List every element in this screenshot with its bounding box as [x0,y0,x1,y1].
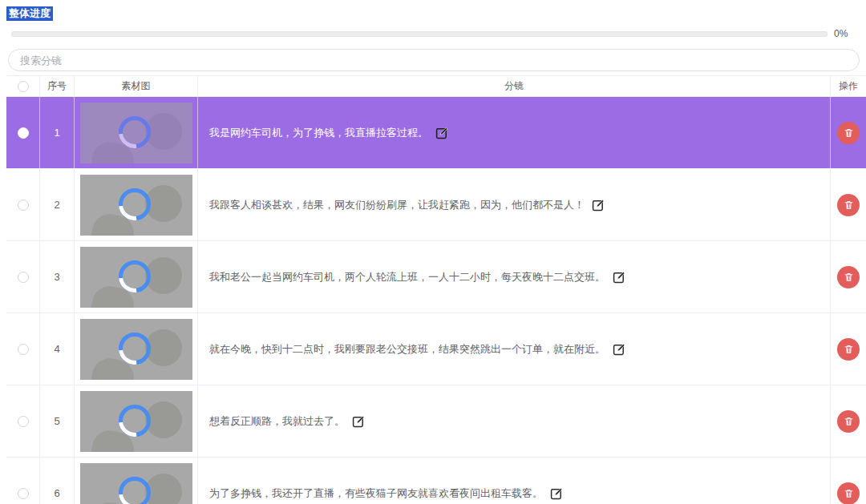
thumbnail-placeholder [80,391,192,452]
trash-icon [844,200,854,210]
row-storyboard-cell: 为了多挣钱，我还开了直播，有些夜猫子网友就喜欢看夜间出租车载客。 [198,458,831,504]
edit-icon[interactable] [613,343,625,356]
row-actions-cell [831,169,866,240]
page-title: 整体进度 [6,6,53,21]
row-thumbnail-cell [75,169,198,240]
row-index: 3 [40,241,75,312]
header-storyboard: 分镜 [198,76,831,96]
table-row[interactable]: 2 我跟客人相谈甚欢，结果，网友们纷纷刷屏，让我赶紧跑，因为，他们都不是人！ [6,169,866,241]
spinner-icon [119,260,151,292]
table-row[interactable]: 3 我和老公一起当网约车司机，两个人轮流上班，一人十二小时，每天夜晚十二点交班。 [6,241,866,313]
trash-icon [844,272,854,282]
search-bar [8,49,860,71]
row-actions-cell [831,313,866,385]
delete-button[interactable] [837,122,860,144]
table-row[interactable]: 6 为了多挣钱，我还开了直播，有些夜猫子网友就喜欢看夜间出租车载客。 [6,458,866,504]
edit-icon[interactable] [435,127,448,139]
row-select-cell[interactable] [6,313,40,385]
placeholder-blob-shape [87,139,137,163]
delete-button[interactable] [837,338,860,361]
page-header: 整体进度 [6,6,866,21]
storyboard-text: 为了多挣钱，我还开了直播，有些夜猫子网友就喜欢看夜间出租车载客。 [209,486,543,502]
storyboard-text: 我跟客人相谈甚欢，结果，网友们纷纷刷屏，让我赶紧跑，因为，他们都不是人！ [209,197,585,213]
row-actions-cell [831,385,866,457]
row-radio[interactable] [18,200,29,211]
table-row[interactable]: 1 我是网约车司机，为了挣钱，我直播拉客过程。 [6,97,866,169]
storyboard-text: 想着反正顺路，我就过去了。 [209,413,345,429]
search-input[interactable] [8,49,860,71]
storyboard-text: 我是网约车司机，为了挣钱，我直播拉客过程。 [209,125,428,141]
row-radio[interactable] [18,127,29,139]
header-select-all[interactable] [6,76,40,96]
placeholder-circle-shape [145,113,182,150]
row-storyboard-cell: 我跟客人相谈甚欢，结果，网友们纷纷刷屏，让我赶紧跑，因为，他们都不是人！ [198,169,831,240]
row-storyboard-cell: 想着反正顺路，我就过去了。 [198,385,831,457]
row-storyboard-cell: 我和老公一起当网约车司机，两个人轮流上班，一人十二小时，每天夜晚十二点交班。 [198,241,831,312]
edit-icon[interactable] [352,415,365,428]
row-thumbnail-cell [75,385,198,457]
header-image: 素材图 [75,76,198,96]
storyboard-text: 就在今晚，快到十二点时，我刚要跟老公交接班，结果突然跳出一个订单，就在附近。 [209,341,605,357]
thumbnail-placeholder [80,103,192,163]
row-index: 4 [40,313,75,385]
table-row[interactable]: 5 想着反正顺路，我就过去了。 [6,385,866,458]
storyboard-text: 我和老公一起当网约车司机，两个人轮流上班，一人十二小时，每天夜晚十二点交班。 [209,269,605,285]
trash-icon [844,488,854,498]
edit-icon[interactable] [613,271,625,284]
delete-button[interactable] [837,482,860,504]
thumbnail-placeholder [80,319,192,380]
row-index: 2 [40,169,75,240]
row-index: 6 [40,458,75,504]
spinner-icon [119,477,151,504]
thumbnail-placeholder [80,247,192,308]
row-select-cell[interactable] [6,97,40,168]
row-select-cell[interactable] [6,169,40,240]
row-storyboard-cell: 就在今晚，快到十二点时，我刚要跟老公交接班，结果突然跳出一个订单，就在附近。 [198,313,831,385]
trash-icon [844,127,854,138]
delete-button[interactable] [837,194,860,216]
table-row[interactable]: 4 就在今晚，快到十二点时，我刚要跟老公交接班，结果突然跳出一个订单，就在附近。 [6,313,866,385]
row-actions-cell [831,458,866,504]
delete-button[interactable] [837,266,860,288]
edit-icon[interactable] [550,487,563,500]
spinner-icon [119,405,151,437]
table-body: 1 我是网约车司机，为了挣钱，我直播拉客过程。 [6,97,866,504]
header-actions: 操作 [831,76,866,96]
row-index: 1 [40,97,75,168]
row-radio[interactable] [18,272,29,283]
spinner-icon [119,116,151,148]
row-radio[interactable] [18,488,29,499]
select-all-radio[interactable] [18,81,29,92]
spinner-icon [119,333,151,365]
progress-percent-label: 0% [834,28,855,39]
storyboard-table: 序号 素材图 分镜 操作 1 我是网约车司机，为了挣钱，我直播拉客过程。 [6,75,866,504]
trash-icon [844,416,854,426]
progress-bar [11,31,828,37]
row-thumbnail-cell [75,241,198,312]
edit-icon[interactable] [592,199,605,212]
table-header-row: 序号 素材图 分镜 操作 [6,76,866,97]
row-actions-cell [831,241,866,312]
delete-button[interactable] [837,410,860,433]
thumbnail-placeholder [80,463,192,504]
row-thumbnail-cell [75,97,198,168]
row-radio[interactable] [18,344,29,355]
row-index: 5 [40,385,75,457]
header-index: 序号 [40,76,75,96]
thumbnail-placeholder [80,175,192,236]
row-thumbnail-cell [75,313,198,385]
row-thumbnail-cell [75,458,198,504]
row-actions-cell [831,97,866,168]
row-storyboard-cell: 我是网约车司机，为了挣钱，我直播拉客过程。 [198,97,831,168]
spinner-icon [119,188,151,220]
trash-icon [844,344,854,354]
row-select-cell[interactable] [6,385,40,457]
overall-progress: 0% [11,28,855,39]
row-select-cell[interactable] [6,241,40,312]
row-radio[interactable] [18,416,29,427]
row-select-cell[interactable] [6,458,40,504]
